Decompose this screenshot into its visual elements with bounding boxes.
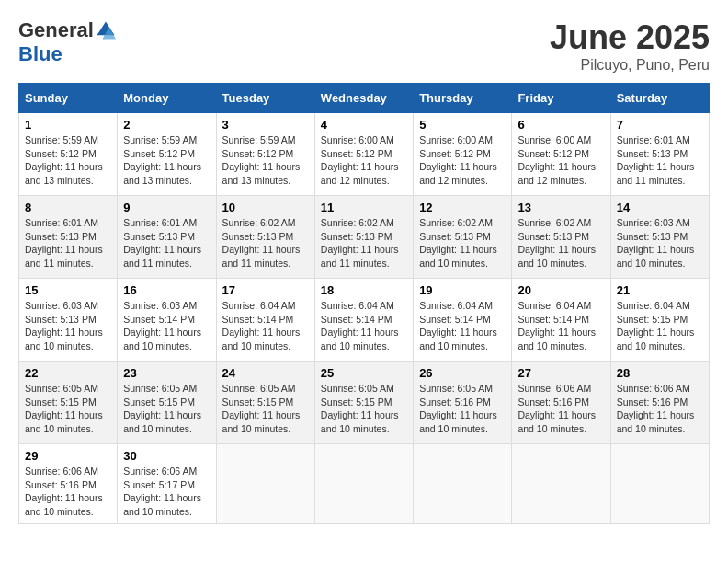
calendar-day-22: 22Sunrise: 6:05 AMSunset: 5:15 PMDayligh… <box>19 362 118 444</box>
calendar-day-10: 10Sunrise: 6:02 AMSunset: 5:13 PMDayligh… <box>216 196 314 279</box>
logo-general-text: General <box>18 18 94 42</box>
calendar-day-7: 7Sunrise: 6:01 AMSunset: 5:13 PMDaylight… <box>610 113 709 196</box>
calendar-table: Sunday Monday Tuesday Wednesday Thursday… <box>18 83 710 524</box>
calendar-day-8: 8Sunrise: 6:01 AMSunset: 5:13 PMDaylight… <box>19 196 118 279</box>
logo: General Blue <box>18 18 116 66</box>
calendar-header-row: Sunday Monday Tuesday Wednesday Thursday… <box>19 84 710 113</box>
calendar-week-2: 8Sunrise: 6:01 AMSunset: 5:13 PMDaylight… <box>19 196 710 279</box>
calendar-week-1: 1Sunrise: 5:59 AMSunset: 5:12 PMDaylight… <box>19 113 710 196</box>
calendar-week-3: 15Sunrise: 6:03 AMSunset: 5:13 PMDayligh… <box>19 279 710 362</box>
calendar-day-4: 4Sunrise: 6:00 AMSunset: 5:12 PMDaylight… <box>314 113 413 196</box>
calendar-day-25: 25Sunrise: 6:05 AMSunset: 5:15 PMDayligh… <box>314 362 413 444</box>
calendar-day-29: 29Sunrise: 6:06 AMSunset: 5:16 PMDayligh… <box>19 444 118 524</box>
header-tuesday: Tuesday <box>216 84 314 113</box>
calendar-empty-w5-3 <box>314 444 413 524</box>
header-thursday: Thursday <box>414 84 512 113</box>
calendar-day-16: 16Sunrise: 6:03 AMSunset: 5:14 PMDayligh… <box>118 279 216 362</box>
calendar-subtitle: Pilcuyo, Puno, Peru <box>550 57 710 74</box>
calendar-day-26: 26Sunrise: 6:05 AMSunset: 5:16 PMDayligh… <box>414 362 512 444</box>
calendar-day-28: 28Sunrise: 6:06 AMSunset: 5:16 PMDayligh… <box>610 362 709 444</box>
calendar-day-17: 17Sunrise: 6:04 AMSunset: 5:14 PMDayligh… <box>216 279 314 362</box>
header-friday: Friday <box>512 84 610 113</box>
calendar-day-13: 13Sunrise: 6:02 AMSunset: 5:13 PMDayligh… <box>512 196 610 279</box>
calendar-day-21: 21Sunrise: 6:04 AMSunset: 5:15 PMDayligh… <box>610 279 709 362</box>
header-wednesday: Wednesday <box>314 84 413 113</box>
calendar-day-12: 12Sunrise: 6:02 AMSunset: 5:13 PMDayligh… <box>414 196 512 279</box>
page-header: General Blue June 2025 Pilcuyo, Puno, Pe… <box>18 18 710 74</box>
calendar-empty-w5-6 <box>610 444 709 524</box>
calendar-day-9: 9Sunrise: 6:01 AMSunset: 5:13 PMDaylight… <box>118 196 216 279</box>
calendar-day-23: 23Sunrise: 6:05 AMSunset: 5:15 PMDayligh… <box>118 362 216 444</box>
calendar-day-2: 2Sunrise: 5:59 AMSunset: 5:12 PMDaylight… <box>118 113 216 196</box>
calendar-day-24: 24Sunrise: 6:05 AMSunset: 5:15 PMDayligh… <box>216 362 314 444</box>
calendar-day-11: 11Sunrise: 6:02 AMSunset: 5:13 PMDayligh… <box>314 196 413 279</box>
calendar-empty-w5-2 <box>216 444 314 524</box>
calendar-day-5: 5Sunrise: 6:00 AMSunset: 5:12 PMDaylight… <box>414 113 512 196</box>
calendar-day-18: 18Sunrise: 6:04 AMSunset: 5:14 PMDayligh… <box>314 279 413 362</box>
calendar-day-3: 3Sunrise: 5:59 AMSunset: 5:12 PMDaylight… <box>216 113 314 196</box>
calendar-day-1: 1Sunrise: 5:59 AMSunset: 5:12 PMDaylight… <box>19 113 118 196</box>
header-monday: Monday <box>118 84 216 113</box>
calendar-empty-w5-5 <box>512 444 610 524</box>
calendar-day-15: 15Sunrise: 6:03 AMSunset: 5:13 PMDayligh… <box>19 279 118 362</box>
calendar-week-5: 29Sunrise: 6:06 AMSunset: 5:16 PMDayligh… <box>19 444 710 524</box>
header-sunday: Sunday <box>19 84 118 113</box>
calendar-title: June 2025 <box>550 18 710 57</box>
title-block: June 2025 Pilcuyo, Puno, Peru <box>550 18 710 74</box>
calendar-week-4: 22Sunrise: 6:05 AMSunset: 5:15 PMDayligh… <box>19 362 710 444</box>
calendar-day-30: 30Sunrise: 6:06 AMSunset: 5:17 PMDayligh… <box>118 444 216 524</box>
calendar-day-19: 19Sunrise: 6:04 AMSunset: 5:14 PMDayligh… <box>414 279 512 362</box>
calendar-day-20: 20Sunrise: 6:04 AMSunset: 5:14 PMDayligh… <box>512 279 610 362</box>
header-saturday: Saturday <box>610 84 709 113</box>
logo-icon <box>96 20 116 40</box>
logo-blue-text: Blue <box>18 42 63 66</box>
calendar-day-6: 6Sunrise: 6:00 AMSunset: 5:12 PMDaylight… <box>512 113 610 196</box>
calendar-day-14: 14Sunrise: 6:03 AMSunset: 5:13 PMDayligh… <box>610 196 709 279</box>
calendar-day-27: 27Sunrise: 6:06 AMSunset: 5:16 PMDayligh… <box>512 362 610 444</box>
calendar-empty-w5-4 <box>414 444 512 524</box>
